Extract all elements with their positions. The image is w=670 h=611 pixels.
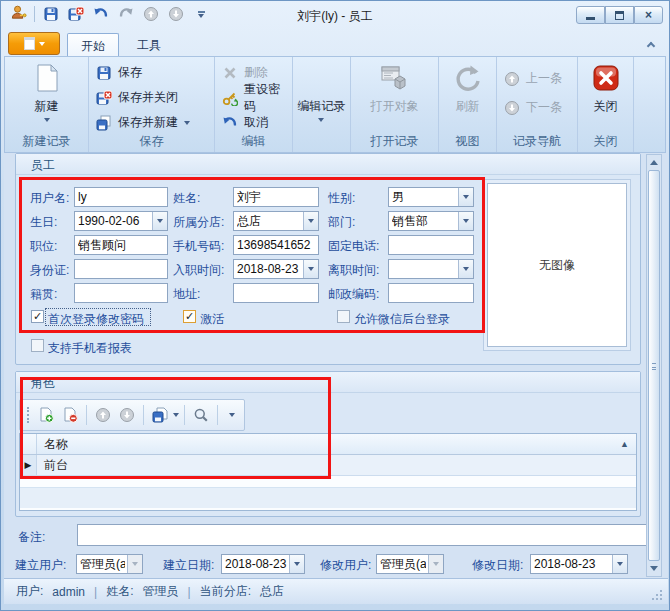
qat-save-button[interactable]	[40, 4, 62, 24]
circle-down-icon	[119, 407, 135, 423]
vertical-scrollbar[interactable]	[646, 154, 662, 577]
save-and-close-button[interactable]: 保存并关闭	[89, 85, 214, 110]
create-user-dropdown-button[interactable]	[127, 555, 142, 573]
postcode-input[interactable]	[389, 284, 473, 302]
address-input[interactable]	[234, 284, 318, 302]
column-header-name[interactable]: 名称 ▲	[37, 434, 636, 454]
previous-record-button[interactable]: 上一条	[497, 66, 577, 91]
scroll-up-button[interactable]	[647, 155, 661, 170]
ribbon-group-edit: 删除 重设密码 取消 编辑	[215, 57, 293, 152]
save-and-new-button[interactable]: 保存并新建	[89, 110, 214, 135]
move-up-button[interactable]	[92, 403, 114, 427]
mobile-report-checkbox[interactable]	[31, 339, 44, 352]
roles-grid-header[interactable]: 名称 ▲	[20, 434, 636, 455]
first-login-checkbox[interactable]: ✓	[31, 310, 44, 323]
qat-save-close-button[interactable]	[65, 4, 87, 24]
mobile-input[interactable]	[234, 236, 318, 254]
tab-tools[interactable]: 工具	[124, 33, 174, 56]
edit-record-icon	[305, 62, 337, 94]
arrow-up-icon	[650, 160, 658, 165]
sort-ascending-icon[interactable]: ▲	[620, 439, 629, 449]
next-record-button[interactable]: 下一条	[497, 95, 577, 120]
toolbar-overflow-button[interactable]	[223, 403, 240, 427]
ribbon: 新建 新建记录 保存 保存并关闭	[4, 56, 666, 153]
active-checkbox-label[interactable]: 激活	[200, 311, 224, 328]
name-input[interactable]	[234, 188, 318, 206]
reset-password-button[interactable]: 重设密码	[215, 85, 292, 110]
reset-password-label: 重设密码	[244, 81, 285, 115]
native-place-input[interactable]	[75, 284, 167, 302]
new-button[interactable]: 新建	[9, 57, 84, 122]
scroll-down-button[interactable]	[647, 561, 661, 576]
first-login-checkbox-label[interactable]: 首次登录修改密码	[48, 311, 144, 328]
open-object-button[interactable]: 打开对象	[355, 57, 433, 115]
roles-grid-row[interactable]: ▶ 前台	[20, 455, 636, 476]
row-indicator-header	[20, 434, 37, 454]
chevron-down-icon	[318, 118, 324, 122]
modify-user-dropdown-button[interactable]	[428, 555, 443, 573]
qat-undo-button[interactable]	[90, 4, 112, 24]
tab-home[interactable]: 开始	[67, 33, 119, 56]
close-button[interactable]: 关闭	[581, 57, 631, 115]
role-name-cell[interactable]: 前台	[37, 455, 636, 475]
toolbar-grip[interactable]	[27, 407, 30, 423]
qat-next-button[interactable]	[165, 4, 187, 24]
group-label-edit: 编辑	[215, 133, 292, 150]
app-menu-icon	[24, 37, 35, 50]
refresh-label: 刷新	[455, 98, 479, 115]
save-button[interactable]: 保存	[89, 60, 214, 85]
wechat-login-checkbox[interactable]	[337, 310, 350, 323]
qat-redo-button[interactable]	[115, 4, 137, 24]
username-input[interactable]	[75, 188, 167, 206]
active-checkbox[interactable]: ✓	[183, 310, 196, 323]
person-key-icon	[10, 4, 27, 24]
create-date-dropdown-button[interactable]	[289, 555, 304, 573]
birthday-dropdown-button[interactable]	[152, 212, 167, 230]
leavedate-dropdown-button[interactable]	[458, 260, 473, 278]
search-role-button[interactable]	[190, 403, 212, 427]
status-name-value: 管理员	[143, 583, 179, 600]
position-input[interactable]	[75, 236, 167, 254]
qat-customize-button[interactable]	[190, 4, 212, 24]
maximize-icon	[615, 11, 624, 20]
remove-role-button[interactable]	[59, 403, 81, 427]
mobile-report-checkbox-label[interactable]: 支持手机看报表	[48, 340, 132, 357]
edit-record-button[interactable]: 编辑记录	[296, 57, 347, 122]
minimize-button[interactable]	[576, 6, 605, 24]
application-menu-button[interactable]	[8, 32, 60, 55]
refresh-button[interactable]: 刷新	[442, 57, 493, 115]
resize-grip[interactable]	[652, 589, 663, 600]
move-down-button[interactable]	[116, 403, 138, 427]
idcard-input[interactable]	[75, 260, 167, 278]
next-record-label: 下一条	[526, 99, 562, 116]
previous-record-label: 上一条	[526, 70, 562, 87]
maximize-button[interactable]	[605, 6, 634, 24]
collapse-ribbon-button[interactable]	[643, 37, 659, 51]
ribbon-group-view: 刷新 视图	[439, 57, 497, 152]
export-button[interactable]	[149, 403, 171, 427]
row-indicator: ▶	[20, 455, 37, 475]
circle-down-icon	[504, 100, 520, 116]
add-role-button[interactable]	[35, 403, 57, 427]
department-dropdown-button[interactable]	[458, 212, 473, 230]
thumb-grip-icon	[652, 363, 656, 370]
gender-dropdown-button[interactable]	[458, 188, 473, 206]
new-button-label: 新建	[35, 98, 59, 115]
native-place-label: 籍贯:	[30, 286, 57, 303]
chevron-down-icon	[463, 195, 469, 199]
hiredate-dropdown-button[interactable]	[303, 260, 318, 278]
qat-previous-button[interactable]	[140, 4, 162, 24]
modify-date-dropdown-button[interactable]	[612, 555, 627, 573]
remark-input[interactable]	[78, 525, 658, 545]
modify-user-label: 修改用户:	[320, 557, 371, 574]
toolbar-separator	[184, 405, 185, 425]
branch-dropdown-button[interactable]	[303, 212, 318, 230]
employee-photo-panel[interactable]: 无图像	[487, 183, 627, 347]
telephone-input[interactable]	[389, 236, 473, 254]
chevron-down-icon[interactable]	[173, 413, 179, 417]
scrollbar-thumb[interactable]	[648, 170, 660, 561]
wechat-login-checkbox-label[interactable]: 允许微信后台登录	[354, 311, 450, 328]
close-window-button[interactable]: ×	[634, 6, 663, 24]
grid-empty-area	[20, 476, 636, 487]
app-button-small[interactable]	[7, 4, 29, 24]
